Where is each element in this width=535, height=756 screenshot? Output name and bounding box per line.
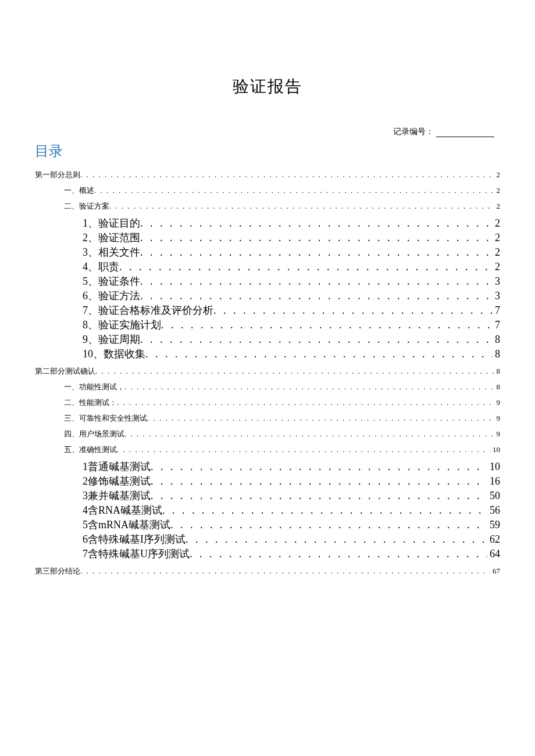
toc-entry-page: 7 [493, 320, 500, 330]
toc-leader-dots [124, 430, 494, 438]
toc-entry: 一、概述2 [64, 187, 500, 194]
toc-entry-label: 8、验证实施计划 [83, 320, 161, 330]
toc-entry-label: 三、可靠性和安全性测试 [64, 414, 147, 422]
toc-leader-dots [161, 320, 493, 330]
toc-heading: 目录 [35, 142, 500, 160]
toc-leader-dots [140, 232, 493, 243]
toc-entry-label: 4含RNA碱基测试 [83, 505, 162, 515]
toc-entry: 6、验证方法3 [83, 291, 500, 301]
toc-entry-page: 2 [493, 218, 500, 228]
toc-entry-page: 2 [494, 187, 501, 194]
toc-leader-dots [95, 367, 494, 375]
toc-leader-dots [186, 534, 487, 544]
toc-leader-dots [140, 247, 493, 257]
toc-entry-page: 9 [494, 430, 501, 438]
toc-entry-page: 3 [493, 276, 500, 286]
toc-entry-page: 9 [494, 399, 501, 406]
toc-entry-label: 2、验证范围 [83, 232, 140, 243]
toc-entry-page: 8 [493, 349, 500, 359]
toc-entry-page: 2 [493, 247, 500, 257]
record-number-line: 记录编号： [35, 127, 500, 137]
toc-entry-label: 1普通碱基测试 [83, 461, 151, 472]
toc-entry-label: 五、准确性测试 [64, 446, 117, 453]
toc-entry-label: 10、数据收集 [83, 349, 145, 359]
toc-entry-page: 59 [487, 519, 500, 530]
toc-entry: 5含mRNA碱基测试59 [83, 519, 500, 530]
toc-entry: 7、验证合格标准及评价分析7 [83, 305, 500, 316]
toc-entry: 一、功能性测试，8 [64, 383, 500, 390]
toc-entry: 8、验证实施计划7 [83, 320, 500, 330]
record-number-blank [436, 137, 494, 137]
toc-entry: 7含特殊碱基U序列测试64 [83, 549, 500, 559]
toc-entry-label: 9、验证周期 [83, 334, 140, 345]
toc-leader-dots [140, 334, 493, 345]
toc-entry-label: 5、验证条件 [83, 276, 140, 286]
document-title: 验证报告 [35, 76, 500, 98]
toc-leader-dots [140, 218, 493, 228]
toc-entry: 5、验证条件3 [83, 276, 500, 286]
record-number-label: 记录编号： [393, 127, 434, 136]
toc-leader-dots [145, 349, 493, 359]
toc-entry-label: 6、验证方法 [83, 291, 140, 301]
toc-entry-label: 2修饰碱基测试 [83, 476, 151, 486]
toc-entry: 1普通碱基测试10 [83, 461, 500, 472]
toc-entry: 6含特殊碱基I序列测试62 [83, 534, 500, 544]
toc-leader-dots [124, 383, 494, 390]
toc-entry-label: 6含特殊碱基I序列测试 [83, 534, 186, 544]
toc-leader-dots [117, 399, 494, 406]
toc-entry: 二、验证方案2 [64, 202, 500, 210]
toc-leader-dots [151, 476, 487, 486]
toc-entry-label: 第一部分总则 [35, 171, 80, 178]
toc-entry: 4含RNA碱基测试56 [83, 505, 500, 515]
toc-entry-label: 7、验证合格标准及评价分析 [83, 305, 213, 316]
toc-entry-page: 3 [493, 291, 500, 301]
toc-entry-page: 2 [494, 202, 501, 210]
toc-entry: 二、性能测试：9 [64, 399, 500, 406]
toc-leader-dots [147, 414, 494, 422]
toc-leader-dots [190, 549, 487, 559]
toc-entry-label: 4、职责 [83, 261, 119, 272]
toc-entry-label: 5含mRNA碱基测试 [83, 519, 170, 530]
toc-entry: 四、用户场景测试9 [64, 430, 500, 438]
toc-leader-dots [140, 291, 493, 301]
toc-entry-label: 四、用户场景测试 [64, 430, 124, 438]
toc-entry: 3兼并碱基测试50 [83, 490, 500, 501]
toc-entry-page: 8 [494, 367, 501, 375]
toc-entry-page: 10 [490, 446, 500, 453]
toc-entry: 10、数据收集8 [83, 349, 500, 359]
toc-entry: 五、准确性测试10 [64, 446, 500, 453]
toc-entry-page: 9 [494, 414, 501, 422]
toc-entry-page: 16 [487, 476, 500, 486]
toc-leader-dots [151, 461, 487, 472]
toc-leader-dots [80, 171, 494, 178]
toc-entry-page: 8 [494, 383, 501, 390]
toc-leader-dots [151, 490, 487, 501]
toc-entry-label: 二、性能测试： [64, 399, 117, 406]
toc-entry-page: 2 [493, 232, 500, 243]
toc-entry-label: 二、验证方案 [64, 202, 109, 210]
toc-leader-dots [109, 202, 494, 210]
toc-leader-dots [94, 187, 494, 194]
toc-entry: 1、验证目的2 [83, 218, 500, 228]
toc-entry: 2、验证范围2 [83, 232, 500, 243]
toc-leader-dots [213, 305, 493, 316]
toc-entry-page: 67 [490, 567, 500, 575]
toc-entry: 3、相关文件2 [83, 247, 500, 257]
toc-entry: 4、职责2 [83, 261, 500, 272]
toc-entry-label: 3兼并碱基测试 [83, 490, 151, 501]
toc-entry-page: 2 [494, 171, 501, 178]
toc-leader-dots [162, 505, 487, 515]
toc-entry-label: 一、概述 [64, 187, 94, 194]
toc-entry-page: 62 [487, 534, 500, 544]
toc-leader-dots [117, 446, 490, 453]
toc-leader-dots [119, 261, 493, 272]
toc-leader-dots [80, 567, 490, 575]
toc-entry: 第三部分结论67 [35, 567, 500, 575]
toc-entry-page: 56 [487, 505, 500, 515]
toc-entry-page: 7 [493, 305, 500, 316]
toc-entry-label: 第三部分结论 [35, 567, 80, 575]
toc-entry-page: 2 [493, 261, 500, 272]
toc-entry-page: 64 [487, 549, 500, 559]
toc-entry: 9、验证周期8 [83, 334, 500, 345]
toc-entry: 三、可靠性和安全性测试9 [64, 414, 500, 422]
